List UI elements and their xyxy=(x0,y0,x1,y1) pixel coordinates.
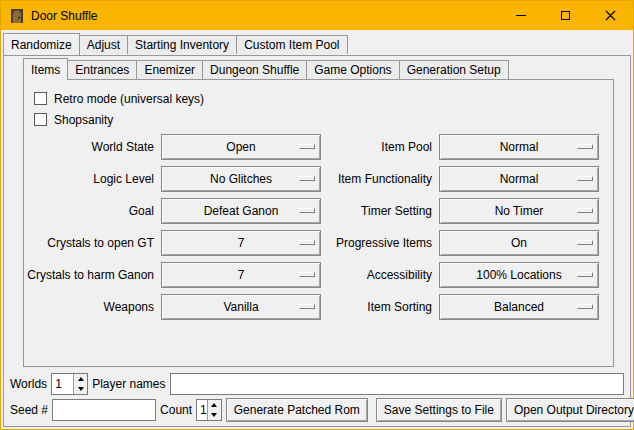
weapons-dropdown[interactable]: Vanilla xyxy=(161,294,321,320)
tab-game-options[interactable]: Game Options xyxy=(306,60,399,79)
outer-tab-bar: Randomize Adjust Starting Inventory Cust… xyxy=(1,30,633,54)
close-button[interactable] xyxy=(588,1,633,30)
weapons-label: Weapons xyxy=(32,294,154,320)
crystals-open-gt-dropdown[interactable]: 7 xyxy=(161,230,321,256)
dropdown-indicator-icon xyxy=(577,240,593,245)
maximize-icon xyxy=(561,11,570,20)
goal-label: Goal xyxy=(32,198,154,224)
tab-enemizer[interactable]: Enemizer xyxy=(136,60,203,79)
crystals-open-gt-label: Crystals to open GT xyxy=(32,230,154,256)
dropdown-indicator-icon xyxy=(577,176,593,181)
dropdown-indicator-icon xyxy=(577,208,593,213)
crystals-harm-ganon-dropdown[interactable]: 7 xyxy=(161,262,321,288)
titlebar[interactable]: Door Shuffle xyxy=(1,1,633,30)
dropdown-indicator-icon xyxy=(577,272,593,277)
item-sorting-label: Item Sorting xyxy=(328,294,432,320)
tab-adjust[interactable]: Adjust xyxy=(79,35,128,54)
count-label: Count xyxy=(160,403,192,417)
tab-entrances[interactable]: Entrances xyxy=(67,60,137,79)
save-settings-button[interactable]: Save Settings to File xyxy=(376,398,502,422)
dropdown-indicator-icon xyxy=(299,304,315,309)
window-controls xyxy=(498,1,633,30)
dropdown-indicator-icon xyxy=(299,144,315,149)
worlds-spinner[interactable]: 1 xyxy=(51,373,88,395)
progressive-items-dropdown[interactable]: On xyxy=(439,230,599,256)
dropdown-indicator-icon xyxy=(299,176,315,181)
spin-up-arrow[interactable] xyxy=(74,374,87,384)
item-functionality-dropdown[interactable]: Normal xyxy=(439,166,599,192)
progressive-items-label: Progressive Items xyxy=(328,230,432,256)
seed-row: Seed # Count 1 Generate Patched Rom Save… xyxy=(10,398,624,422)
randomize-pane: Items Entrances Enemizer Dungeon Shuffle… xyxy=(3,55,631,427)
player-names-label: Player names xyxy=(92,377,165,391)
checkbox-label: Shopsanity xyxy=(54,113,113,127)
dropdown-indicator-icon xyxy=(299,240,315,245)
close-icon xyxy=(605,10,616,21)
item-functionality-label: Item Functionality xyxy=(328,166,432,192)
goal-dropdown[interactable]: Defeat Ganon xyxy=(161,198,321,224)
inner-notebook: Items Entrances Enemizer Dungeon Shuffle… xyxy=(23,58,614,367)
tab-custom-item-pool[interactable]: Custom Item Pool xyxy=(236,35,347,54)
checkbox-box xyxy=(34,113,47,126)
spin-up-arrow[interactable] xyxy=(208,400,221,410)
tab-items[interactable]: Items xyxy=(23,58,68,80)
accessibility-label: Accessibility xyxy=(328,262,432,288)
options-grid: World State Open Item Pool Normal Logic … xyxy=(32,134,605,320)
minimize-icon xyxy=(516,15,526,16)
item-sorting-dropdown[interactable]: Balanced xyxy=(439,294,599,320)
tab-generation-setup[interactable]: Generation Setup xyxy=(399,60,509,79)
app-window: Door Shuffle Randomize Adjust Starting I… xyxy=(0,0,634,430)
dropdown-indicator-icon xyxy=(577,304,593,309)
spin-down-arrow[interactable] xyxy=(74,384,87,394)
dropdown-indicator-icon xyxy=(299,208,315,213)
checkbox-label: Retro mode (universal keys) xyxy=(54,92,204,106)
open-output-directory-button[interactable]: Open Output Directory xyxy=(506,398,634,422)
retro-mode-checkbox[interactable]: Retro mode (universal keys) xyxy=(34,88,605,109)
crystals-harm-ganon-label: Crystals to harm Ganon xyxy=(32,262,154,288)
window-title: Door Shuffle xyxy=(31,9,498,23)
inner-tab-bar: Items Entrances Enemizer Dungeon Shuffle… xyxy=(23,58,614,79)
world-state-dropdown[interactable]: Open xyxy=(161,134,321,160)
world-state-label: World State xyxy=(32,134,154,160)
player-names-input[interactable] xyxy=(170,373,625,395)
timer-setting-label: Timer Setting xyxy=(328,198,432,224)
seed-label: Seed # xyxy=(10,403,48,417)
app-icon xyxy=(9,8,25,24)
checkbox-box xyxy=(34,92,47,105)
tab-randomize[interactable]: Randomize xyxy=(3,33,80,55)
dropdown-indicator-icon xyxy=(577,144,593,149)
minimize-button[interactable] xyxy=(498,1,543,30)
dropdown-indicator-icon xyxy=(299,272,315,277)
shopsanity-checkbox[interactable]: Shopsanity xyxy=(34,109,605,130)
timer-setting-dropdown[interactable]: No Timer xyxy=(439,198,599,224)
tab-starting-inventory[interactable]: Starting Inventory xyxy=(127,35,237,54)
spin-down-arrow[interactable] xyxy=(208,410,221,420)
maximize-button[interactable] xyxy=(543,1,588,30)
item-pool-dropdown[interactable]: Normal xyxy=(439,134,599,160)
items-pane: Retro mode (universal keys) Shopsanity W… xyxy=(23,79,614,367)
tab-dungeon-shuffle[interactable]: Dungeon Shuffle xyxy=(202,60,307,79)
accessibility-dropdown[interactable]: 100% Locations xyxy=(439,262,599,288)
generate-patched-rom-button[interactable]: Generate Patched Rom xyxy=(226,398,368,422)
logic-level-label: Logic Level xyxy=(32,166,154,192)
window-content: Randomize Adjust Starting Inventory Cust… xyxy=(1,30,633,429)
worlds-label: Worlds xyxy=(10,377,47,391)
logic-level-dropdown[interactable]: No Glitches xyxy=(161,166,321,192)
seed-input[interactable] xyxy=(52,399,156,421)
worlds-row: Worlds 1 Player names xyxy=(10,373,624,395)
count-spinner[interactable]: 1 xyxy=(196,399,222,421)
item-pool-label: Item Pool xyxy=(328,134,432,160)
